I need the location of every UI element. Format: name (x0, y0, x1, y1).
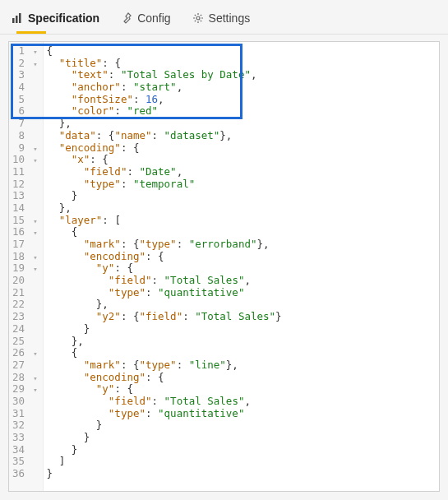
code-line[interactable]: "data": {"name": "dataset"}, (47, 130, 282, 142)
code-line[interactable]: "y2": {"field": "Total Sales"} (47, 311, 282, 323)
line-number: 34 (12, 444, 38, 456)
line-number: 22 (12, 299, 38, 311)
code-line[interactable]: } (47, 323, 282, 336)
line-number: 8 (12, 130, 38, 142)
bar-chart-icon (12, 12, 23, 24)
code-line[interactable]: }, (47, 299, 282, 311)
code-line[interactable]: "y": { (47, 262, 282, 275)
tab-specification[interactable]: Specification (8, 5, 103, 30)
line-number: 18 ▾ (12, 251, 38, 263)
code-line[interactable]: "type": "quantitative" (47, 408, 282, 420)
tab-label: Specification (28, 12, 99, 25)
line-number: 32 (12, 419, 38, 432)
code-line[interactable]: "x": { (47, 154, 282, 166)
line-number: 29 ▾ (12, 383, 38, 396)
code-line[interactable]: }, (47, 202, 282, 215)
code-line[interactable]: ] (47, 456, 282, 468)
line-number: 23 (12, 311, 38, 323)
code-line[interactable]: "y": { (47, 383, 282, 396)
line-number: 27 (12, 359, 38, 372)
line-number: 21 (12, 287, 38, 299)
line-number: 11 (12, 166, 38, 178)
code-line[interactable]: "mark": {"type": "errorband"}, (47, 238, 282, 251)
svg-rect-1 (16, 16, 18, 23)
code-line[interactable]: "encoding": { (47, 372, 282, 384)
line-number: 4 (12, 81, 38, 94)
wrench-icon (121, 12, 132, 24)
line-number: 9 ▾ (12, 142, 38, 155)
line-number: 16 ▾ (12, 226, 38, 238)
line-number-gutter: 1 ▾2 ▾3 4 5 6 7 8 9 ▾10 ▾11 12 13 14 15 … (9, 42, 44, 491)
line-number: 12 (12, 178, 38, 191)
code-editor[interactable]: 1 ▾2 ▾3 4 5 6 7 8 9 ▾10 ▾11 12 13 14 15 … (8, 41, 440, 492)
svg-rect-0 (12, 18, 15, 23)
fold-arrow-icon[interactable]: ▾ (31, 227, 38, 239)
code-line[interactable]: "encoding": { (47, 251, 282, 263)
line-number: 17 (12, 238, 38, 251)
fold-arrow-icon[interactable]: ▾ (31, 263, 38, 275)
tab-label: Settings (209, 12, 251, 25)
code-line[interactable]: "color": "red" (47, 105, 282, 118)
line-number: 7 (12, 118, 38, 130)
line-number: 35 (12, 456, 38, 468)
line-number: 6 (12, 105, 38, 118)
line-number: 13 (12, 190, 38, 202)
code-line[interactable]: { (47, 226, 282, 238)
line-number: 14 (12, 202, 38, 215)
tab-bar: Specification Config Settings (0, 0, 448, 35)
line-number: 2 ▾ (12, 58, 38, 70)
code-line[interactable]: { (47, 45, 282, 58)
code-line[interactable]: }, (47, 118, 282, 130)
code-line[interactable]: } (47, 190, 282, 202)
fold-arrow-icon[interactable]: ▾ (31, 155, 38, 167)
tab-config[interactable]: Config (118, 5, 173, 30)
fold-arrow-icon[interactable]: ▾ (31, 348, 38, 360)
code-line[interactable]: } (47, 444, 282, 456)
code-line[interactable]: "text": "Total Sales by Date", (47, 69, 282, 81)
line-number: 36 (12, 468, 38, 480)
line-number: 5 (12, 94, 38, 106)
line-number: 33 (12, 432, 38, 444)
tab-label: Config (137, 12, 170, 25)
code-line[interactable]: } (47, 432, 282, 444)
code-line[interactable]: "anchor": "start", (47, 81, 282, 94)
code-line[interactable]: "mark": {"type": "line"}, (47, 359, 282, 372)
line-number: 3 (12, 69, 38, 81)
line-number: 26 ▾ (12, 347, 38, 359)
svg-rect-2 (19, 13, 21, 23)
line-number: 10 ▾ (12, 154, 38, 166)
code-line[interactable]: "field": "Total Sales", (47, 275, 282, 287)
code-area[interactable]: { "title": { "text": "Total Sales by Dat… (44, 42, 282, 491)
active-tab-indicator (16, 31, 46, 34)
code-line[interactable]: }, (47, 336, 282, 348)
fold-arrow-icon[interactable]: ▾ (31, 384, 38, 396)
fold-arrow-icon[interactable]: ▾ (31, 373, 38, 385)
code-line[interactable]: { (47, 347, 282, 359)
fold-arrow-icon[interactable]: ▾ (31, 46, 38, 58)
fold-arrow-icon[interactable]: ▾ (31, 143, 38, 155)
line-number: 31 (12, 408, 38, 420)
code-line[interactable]: "layer": [ (47, 215, 282, 227)
code-line[interactable]: "type": "temporal" (47, 178, 282, 191)
line-number: 1 ▾ (12, 45, 38, 58)
gear-icon (192, 12, 204, 24)
code-line[interactable]: "title": { (47, 58, 282, 70)
line-number: 20 (12, 275, 38, 287)
fold-arrow-icon[interactable]: ▾ (31, 58, 38, 71)
line-number: 15 ▾ (12, 215, 38, 227)
fold-arrow-icon[interactable]: ▾ (31, 252, 38, 264)
code-line[interactable]: "type": "quantitative" (47, 287, 282, 299)
line-number: 19 ▾ (12, 262, 38, 275)
svg-point-3 (196, 16, 200, 20)
code-line[interactable]: "encoding": { (47, 142, 282, 155)
line-number: 25 (12, 336, 38, 348)
code-line[interactable]: } (47, 419, 282, 432)
line-number: 28 ▾ (12, 372, 38, 384)
code-line[interactable]: } (47, 468, 282, 480)
fold-arrow-icon[interactable]: ▾ (31, 215, 38, 228)
code-line[interactable]: "field": "Date", (47, 166, 282, 178)
code-line[interactable]: "fontSize": 16, (47, 94, 282, 106)
tab-settings[interactable]: Settings (189, 5, 254, 30)
code-line[interactable]: "field": "Total Sales", (47, 396, 282, 408)
line-number: 24 (12, 323, 38, 336)
